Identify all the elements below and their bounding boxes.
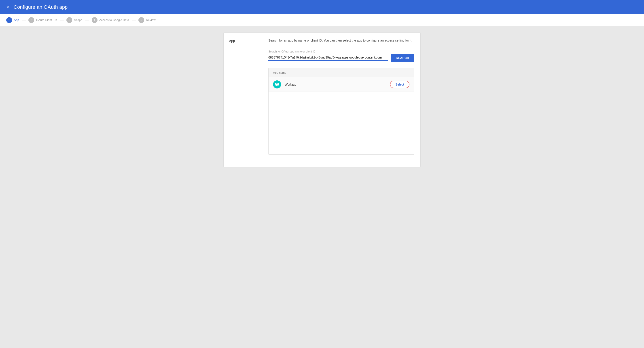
- step-2[interactable]: 2 OAuth client IDs: [28, 17, 57, 23]
- step-4[interactable]: 4 Access to Google Data: [92, 17, 129, 23]
- search-area: Search for OAuth app name or client ID S…: [268, 50, 414, 62]
- step-3-label: Scope: [74, 18, 82, 22]
- app-icon: W: [273, 80, 281, 88]
- main-content: App Search for an app by name or client …: [0, 26, 644, 173]
- close-button[interactable]: ×: [6, 5, 9, 9]
- step-divider-1: —: [22, 18, 26, 22]
- card-section-label: App: [224, 33, 268, 167]
- svg-text:W: W: [275, 82, 279, 87]
- step-1-label: App: [14, 18, 19, 22]
- step-5[interactable]: 5 Review: [138, 17, 156, 23]
- step-divider-4: —: [132, 18, 136, 22]
- step-divider-3: —: [85, 18, 89, 22]
- card-content: Search for an app by name or client ID. …: [268, 33, 420, 167]
- header-title: Configure an OAuth app: [14, 4, 68, 10]
- app-name: Workato: [285, 83, 390, 86]
- steps-bar: 1 App — 2 OAuth client IDs — 3 Scope — 4…: [0, 14, 644, 26]
- card-description: Search for an app by name or client ID. …: [268, 38, 414, 43]
- step-4-label: Access to Google Data: [99, 18, 129, 22]
- results-empty-area: [268, 92, 414, 154]
- card: App Search for an app by name or client …: [224, 33, 420, 167]
- search-input[interactable]: [268, 56, 388, 59]
- step-divider-2: —: [60, 18, 64, 22]
- header: × Configure an OAuth app: [0, 0, 644, 14]
- step-3-circle: 3: [66, 17, 72, 23]
- step-4-circle: 4: [92, 17, 98, 23]
- select-button[interactable]: Select: [390, 81, 410, 88]
- step-1[interactable]: 1 App: [6, 17, 19, 23]
- step-2-label: OAuth client IDs: [36, 18, 57, 22]
- step-2-circle: 2: [28, 17, 34, 23]
- step-3[interactable]: 3 Scope: [66, 17, 82, 23]
- step-5-circle: 5: [138, 17, 144, 23]
- step-5-label: Review: [146, 18, 156, 22]
- results-header: App name: [268, 68, 414, 77]
- table-row: W Workato Select: [268, 77, 414, 92]
- search-button[interactable]: SEARCH: [391, 54, 414, 62]
- search-input-wrapper: [268, 55, 388, 61]
- step-1-circle: 1: [6, 17, 12, 23]
- results-table: App name W Workato Select: [268, 68, 414, 155]
- search-row: SEARCH: [268, 54, 414, 62]
- search-label: Search for OAuth app name or client ID: [268, 50, 414, 53]
